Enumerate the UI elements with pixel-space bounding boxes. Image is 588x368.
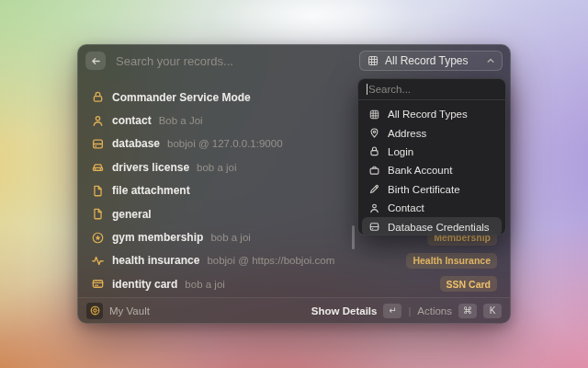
person-icon (91, 114, 105, 128)
dropdown-options: All Record Types Address Login Bank Acco… (358, 100, 505, 236)
filter-label: All Record Types (385, 54, 469, 67)
footer-actions: Show Details ↵ | Actions ⌘ K (311, 304, 502, 318)
lock-icon (91, 90, 105, 104)
type-filter-search-placeholder: Search... (368, 84, 411, 95)
database-icon (91, 137, 105, 151)
star-circle-icon (91, 231, 105, 245)
file-icon (91, 207, 105, 221)
grid-icon (367, 54, 379, 67)
record-title: file attachment (112, 184, 190, 197)
person-icon (368, 202, 380, 214)
map-pin-icon (368, 127, 380, 139)
back-button[interactable] (85, 52, 106, 70)
dropdown-option-label: Contact (388, 202, 424, 213)
chevron-up-icon (486, 56, 495, 65)
grid-icon (368, 109, 380, 121)
dropdown-option-label: Bank Account (388, 165, 452, 176)
record-type-badge: Health Insurance (406, 253, 497, 269)
record-title: database (112, 137, 160, 150)
record-title: drivers license (112, 161, 189, 174)
scrollbar-thumb[interactable] (352, 225, 355, 249)
dropdown-option[interactable]: All Record Types (362, 105, 502, 123)
desktop-background: All Record Types Commander Service Mode … (0, 0, 588, 368)
arrow-left-icon (90, 55, 102, 67)
record-row[interactable]: health insurance bobjoi @ https://bobjoi… (85, 249, 503, 272)
car-icon (91, 160, 105, 174)
vault-name-label[interactable]: My Vault (109, 305, 150, 316)
record-title: health insurance (112, 254, 199, 267)
dropdown-option[interactable]: Birth Certificate (362, 180, 502, 199)
record-title: general (112, 208, 152, 221)
database-icon (368, 221, 380, 233)
cmd-keycap: ⌘ (458, 304, 477, 318)
dropdown-option-label: Login (388, 146, 413, 157)
dropdown-option[interactable]: Bank Account (362, 161, 502, 179)
enter-keycap: ↵ (383, 304, 401, 318)
file-icon (91, 184, 105, 198)
id-card-icon (91, 277, 105, 291)
record-type-filter-button[interactable]: All Record Types (359, 51, 503, 71)
record-subtitle: Bob a Joi (159, 115, 203, 126)
record-row[interactable]: identity card bob a joi SSN Card (85, 272, 503, 295)
actions-label[interactable]: Actions (417, 305, 452, 316)
show-details-label[interactable]: Show Details (311, 305, 378, 316)
records-search-input[interactable] (114, 53, 351, 69)
vault-search-window: All Record Types Commander Service Mode … (77, 44, 511, 324)
record-subtitle: bobjoi @ https://bobjoi.com (207, 255, 334, 266)
window-footer: My Vault Show Details ↵ | Actions ⌘ K (78, 297, 510, 323)
record-title: gym membership (112, 231, 203, 244)
briefcase-icon (368, 165, 380, 177)
dropdown-option-label: Database Credentials (388, 222, 490, 233)
record-title: contact (112, 114, 152, 127)
record-type-dropdown: Search... All Record Types Address Login… (357, 78, 506, 236)
vault-logo-icon (86, 303, 103, 319)
dropdown-option[interactable]: Address (362, 123, 502, 142)
type-filter-search-input[interactable]: Search... (358, 79, 505, 99)
k-keycap: K (483, 304, 502, 318)
dropdown-option-label: Birth Certificate (388, 184, 460, 195)
footer-separator: | (408, 305, 411, 316)
pulse-icon (91, 254, 105, 268)
dropdown-option[interactable]: Login (362, 143, 502, 161)
record-subtitle: bob a joi (210, 232, 250, 243)
dropdown-option-label: Address (388, 128, 426, 139)
dropdown-option[interactable]: Contact (362, 199, 502, 217)
record-subtitle: bob a joi (185, 279, 224, 290)
record-title: Commander Service Mode (112, 91, 251, 104)
pen-icon (368, 183, 380, 195)
record-title: identity card (112, 278, 177, 291)
window-header: All Record Types (78, 45, 510, 76)
lock-icon (368, 145, 380, 157)
dropdown-option-label: All Record Types (388, 109, 468, 120)
record-subtitle: bob a joi (197, 162, 236, 173)
dropdown-option[interactable]: Database Credentials (362, 217, 502, 236)
text-caret (367, 84, 368, 95)
record-type-badge: SSN Card (440, 276, 497, 292)
record-subtitle: bobjoi @ 127.0.0.1:9000 (167, 138, 283, 149)
